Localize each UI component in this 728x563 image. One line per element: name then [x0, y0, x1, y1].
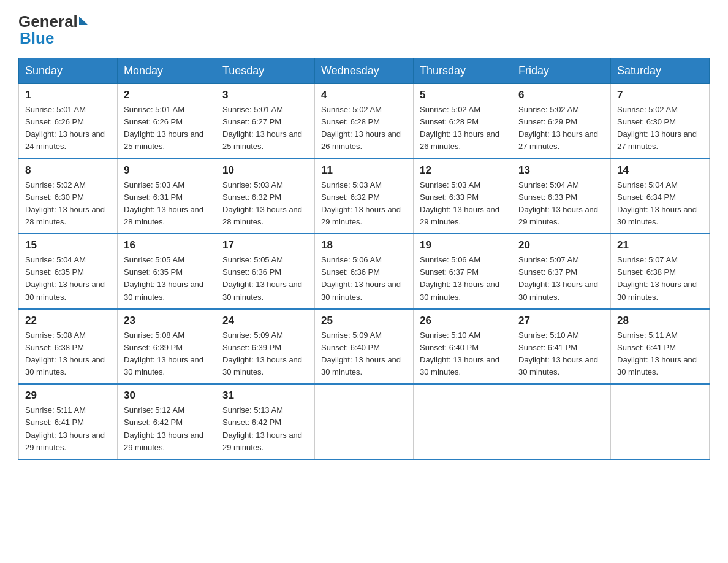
day-info: Sunrise: 5:06 AMSunset: 6:37 PMDaylight:…	[420, 255, 499, 301]
day-info: Sunrise: 5:03 AMSunset: 6:32 PMDaylight:…	[222, 180, 302, 226]
calendar-cell: 25Sunrise: 5:09 AMSunset: 6:40 PMDayligh…	[315, 309, 414, 385]
day-number: 22	[25, 315, 111, 327]
day-info: Sunrise: 5:01 AMSunset: 6:26 PMDaylight:…	[124, 105, 203, 151]
day-number: 10	[222, 164, 308, 177]
calendar-cell: 23Sunrise: 5:08 AMSunset: 6:39 PMDayligh…	[118, 309, 216, 385]
calendar-cell: 8Sunrise: 5:02 AMSunset: 6:30 PMDaylight…	[19, 159, 118, 234]
day-info: Sunrise: 5:05 AMSunset: 6:36 PMDaylight:…	[222, 255, 302, 301]
day-number: 30	[124, 389, 210, 402]
day-info: Sunrise: 5:13 AMSunset: 6:42 PMDaylight:…	[222, 405, 302, 451]
day-info: Sunrise: 5:08 AMSunset: 6:38 PMDaylight:…	[25, 331, 105, 377]
day-info: Sunrise: 5:09 AMSunset: 6:39 PMDaylight:…	[222, 331, 302, 377]
day-number: 20	[518, 239, 604, 251]
day-number: 31	[222, 389, 308, 402]
day-info: Sunrise: 5:01 AMSunset: 6:26 PMDaylight:…	[25, 105, 105, 151]
day-info: Sunrise: 5:11 AMSunset: 6:41 PMDaylight:…	[617, 331, 697, 377]
calendar-cell: 27Sunrise: 5:10 AMSunset: 6:41 PMDayligh…	[512, 309, 611, 385]
calendar-cell	[315, 384, 414, 459]
calendar-cell: 15Sunrise: 5:04 AMSunset: 6:35 PMDayligh…	[19, 234, 118, 309]
day-number: 21	[617, 239, 703, 251]
day-number: 2	[124, 89, 210, 101]
calendar-cell: 11Sunrise: 5:03 AMSunset: 6:32 PMDayligh…	[315, 159, 414, 234]
weekday-header-thursday: Thursday	[414, 58, 512, 84]
calendar-cell: 19Sunrise: 5:06 AMSunset: 6:37 PMDayligh…	[414, 234, 512, 309]
weekday-header-row: SundayMondayTuesdayWednesdayThursdayFrid…	[19, 58, 710, 84]
day-info: Sunrise: 5:02 AMSunset: 6:28 PMDaylight:…	[321, 105, 401, 151]
calendar-cell: 10Sunrise: 5:03 AMSunset: 6:32 PMDayligh…	[216, 159, 315, 234]
day-number: 17	[222, 239, 308, 251]
calendar-cell: 13Sunrise: 5:04 AMSunset: 6:33 PMDayligh…	[512, 159, 611, 234]
day-number: 23	[124, 315, 210, 327]
calendar-cell: 6Sunrise: 5:02 AMSunset: 6:29 PMDaylight…	[512, 84, 611, 159]
day-number: 13	[518, 164, 604, 177]
day-info: Sunrise: 5:02 AMSunset: 6:30 PMDaylight:…	[617, 105, 697, 151]
day-number: 19	[420, 239, 506, 251]
calendar-cell: 2Sunrise: 5:01 AMSunset: 6:26 PMDaylight…	[118, 84, 216, 159]
day-info: Sunrise: 5:02 AMSunset: 6:30 PMDaylight:…	[25, 180, 105, 226]
day-number: 29	[25, 389, 111, 402]
day-number: 9	[124, 164, 210, 177]
day-info: Sunrise: 5:04 AMSunset: 6:33 PMDaylight:…	[518, 180, 598, 226]
calendar-cell: 4Sunrise: 5:02 AMSunset: 6:28 PMDaylight…	[315, 84, 414, 159]
calendar-cell: 21Sunrise: 5:07 AMSunset: 6:38 PMDayligh…	[611, 234, 710, 309]
day-number: 7	[617, 89, 703, 101]
calendar-cell	[512, 384, 611, 459]
calendar-cell: 3Sunrise: 5:01 AMSunset: 6:27 PMDaylight…	[216, 84, 315, 159]
day-number: 3	[222, 89, 308, 101]
weekday-header-monday: Monday	[118, 58, 216, 84]
logo-blue-text: Blue	[20, 29, 88, 48]
day-number: 28	[617, 315, 703, 327]
day-number: 15	[25, 239, 111, 251]
calendar-table: SundayMondayTuesdayWednesdayThursdayFrid…	[18, 58, 710, 460]
calendar-cell: 30Sunrise: 5:12 AMSunset: 6:42 PMDayligh…	[118, 384, 216, 459]
day-number: 25	[321, 315, 407, 327]
calendar-cell: 16Sunrise: 5:05 AMSunset: 6:35 PMDayligh…	[118, 234, 216, 309]
day-number: 12	[420, 164, 506, 177]
day-number: 8	[25, 164, 111, 177]
weekday-header-sunday: Sunday	[19, 58, 118, 84]
day-info: Sunrise: 5:09 AMSunset: 6:40 PMDaylight:…	[321, 331, 401, 377]
day-info: Sunrise: 5:05 AMSunset: 6:35 PMDaylight:…	[124, 255, 203, 301]
day-info: Sunrise: 5:03 AMSunset: 6:32 PMDaylight:…	[321, 180, 401, 226]
day-info: Sunrise: 5:03 AMSunset: 6:33 PMDaylight:…	[420, 180, 499, 226]
weekday-header-tuesday: Tuesday	[216, 58, 315, 84]
day-info: Sunrise: 5:10 AMSunset: 6:40 PMDaylight:…	[420, 331, 499, 377]
day-info: Sunrise: 5:02 AMSunset: 6:28 PMDaylight:…	[420, 105, 499, 151]
day-info: Sunrise: 5:03 AMSunset: 6:31 PMDaylight:…	[124, 180, 203, 226]
week-row-2: 8Sunrise: 5:02 AMSunset: 6:30 PMDaylight…	[19, 159, 710, 234]
logo: General Blue	[18, 12, 88, 48]
calendar-cell: 9Sunrise: 5:03 AMSunset: 6:31 PMDaylight…	[118, 159, 216, 234]
calendar-cell: 31Sunrise: 5:13 AMSunset: 6:42 PMDayligh…	[216, 384, 315, 459]
day-info: Sunrise: 5:02 AMSunset: 6:29 PMDaylight:…	[518, 105, 598, 151]
calendar-cell: 26Sunrise: 5:10 AMSunset: 6:40 PMDayligh…	[414, 309, 512, 385]
weekday-header-saturday: Saturday	[611, 58, 710, 84]
calendar-cell	[611, 384, 710, 459]
day-info: Sunrise: 5:04 AMSunset: 6:35 PMDaylight:…	[25, 255, 105, 301]
day-info: Sunrise: 5:08 AMSunset: 6:39 PMDaylight:…	[124, 331, 203, 377]
calendar-cell: 29Sunrise: 5:11 AMSunset: 6:41 PMDayligh…	[19, 384, 118, 459]
weekday-header-friday: Friday	[512, 58, 611, 84]
week-row-3: 15Sunrise: 5:04 AMSunset: 6:35 PMDayligh…	[19, 234, 710, 309]
day-number: 18	[321, 239, 407, 251]
calendar-cell: 28Sunrise: 5:11 AMSunset: 6:41 PMDayligh…	[611, 309, 710, 385]
day-number: 6	[518, 89, 604, 101]
day-number: 24	[222, 315, 308, 327]
week-row-4: 22Sunrise: 5:08 AMSunset: 6:38 PMDayligh…	[19, 309, 710, 385]
calendar-cell: 5Sunrise: 5:02 AMSunset: 6:28 PMDaylight…	[414, 84, 512, 159]
day-info: Sunrise: 5:04 AMSunset: 6:34 PMDaylight:…	[617, 180, 697, 226]
calendar-cell: 12Sunrise: 5:03 AMSunset: 6:33 PMDayligh…	[414, 159, 512, 234]
day-number: 4	[321, 89, 407, 101]
day-number: 27	[518, 315, 604, 327]
day-number: 16	[124, 239, 210, 251]
calendar-cell: 24Sunrise: 5:09 AMSunset: 6:39 PMDayligh…	[216, 309, 315, 385]
calendar-cell: 20Sunrise: 5:07 AMSunset: 6:37 PMDayligh…	[512, 234, 611, 309]
calendar-cell: 17Sunrise: 5:05 AMSunset: 6:36 PMDayligh…	[216, 234, 315, 309]
weekday-header-wednesday: Wednesday	[315, 58, 414, 84]
calendar-cell: 18Sunrise: 5:06 AMSunset: 6:36 PMDayligh…	[315, 234, 414, 309]
calendar-cell: 1Sunrise: 5:01 AMSunset: 6:26 PMDaylight…	[19, 84, 118, 159]
day-info: Sunrise: 5:10 AMSunset: 6:41 PMDaylight:…	[518, 331, 598, 377]
day-info: Sunrise: 5:12 AMSunset: 6:42 PMDaylight:…	[124, 405, 203, 451]
week-row-5: 29Sunrise: 5:11 AMSunset: 6:41 PMDayligh…	[19, 384, 710, 459]
day-number: 1	[25, 89, 111, 101]
day-info: Sunrise: 5:07 AMSunset: 6:38 PMDaylight:…	[617, 255, 697, 301]
